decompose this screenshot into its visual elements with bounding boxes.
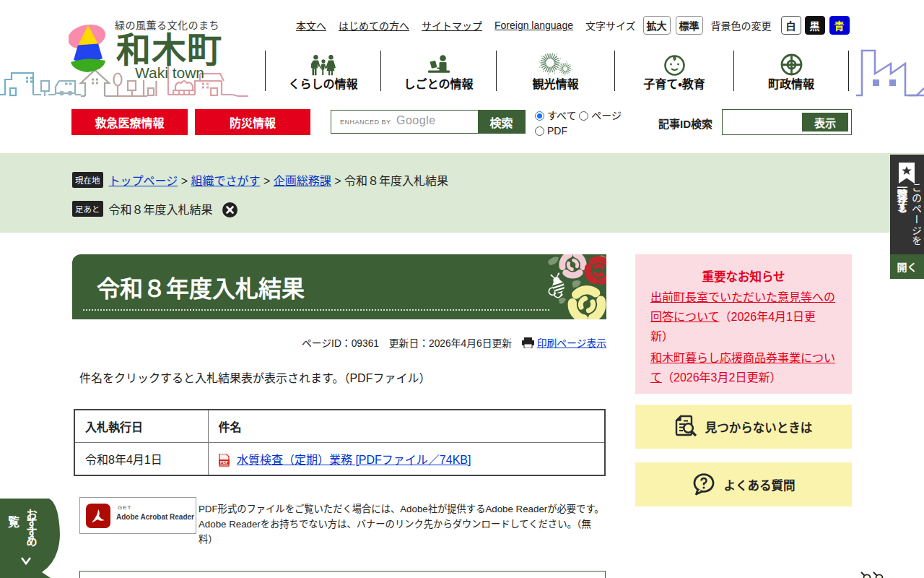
svg-text:PDF: PDF	[220, 460, 228, 465]
